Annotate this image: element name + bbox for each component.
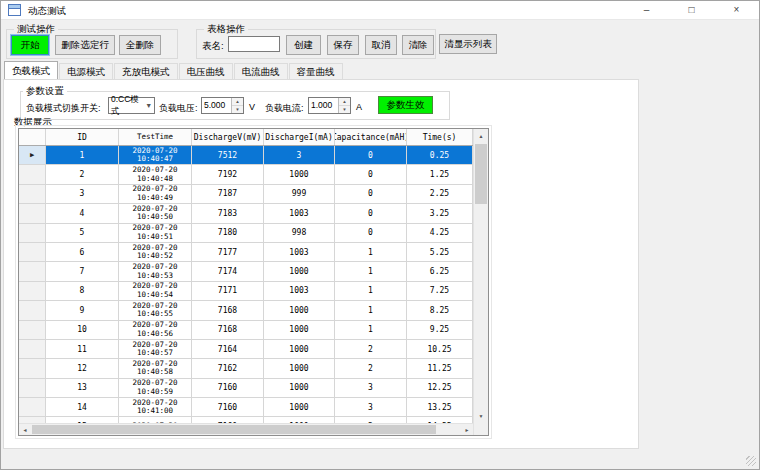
table-row[interactable]: 42020-07-2010:40:507183100303.25: [19, 204, 473, 223]
save-button[interactable]: 保存: [327, 35, 359, 55]
create-button[interactable]: 创建: [286, 35, 321, 55]
horizontal-scroll-thumb[interactable]: [32, 425, 436, 434]
cell-dischargei: 1003: [264, 282, 335, 300]
table-row[interactable]: 72020-07-2010:40:537174100016.25: [19, 262, 473, 281]
table-row[interactable]: 32020-07-2010:40:49718799902.25: [19, 185, 473, 204]
cell-capacitance: 1: [335, 262, 407, 280]
clear-button[interactable]: 清除: [402, 35, 434, 55]
tab-capacity-curve[interactable]: 容量曲线: [289, 63, 343, 79]
cell-dischargev: 7180: [192, 224, 264, 242]
voltage-unit-label: V: [249, 102, 255, 112]
table-row[interactable]: 92020-07-2010:40:557168100018.25: [19, 301, 473, 320]
cell-time: 10.25: [407, 340, 473, 358]
cell-dischargei: 1000: [264, 359, 335, 377]
cell-testtime: 2020-07-2010:40:52: [119, 243, 192, 261]
cell-capacitance: 1: [335, 282, 407, 300]
table-row[interactable]: 132020-07-2010:40:5971601000312.25: [19, 379, 473, 398]
mode-select-value: 0:CC模式: [111, 94, 143, 118]
row-header-cell: [19, 224, 46, 242]
cell-dischargei: 1000: [264, 398, 335, 416]
row-header-cell: ▶: [19, 146, 46, 164]
cell-capacitance: 0: [335, 165, 407, 183]
start-button[interactable]: 开始: [11, 35, 49, 55]
table-row[interactable]: ▶12020-07-2010:40:477512300.25: [19, 146, 473, 165]
parameter-settings-label: 参数设置: [23, 85, 67, 98]
cell-time: 1.25: [407, 165, 473, 183]
resize-grip[interactable]: [746, 456, 756, 466]
load-current-stepper[interactable]: 1.000 ▲ ▼: [308, 97, 351, 114]
table-operations-label: 表格操作: [204, 23, 248, 36]
cell-capacitance: 2: [335, 359, 407, 377]
vertical-scroll-thumb[interactable]: [475, 144, 487, 204]
column-header-id[interactable]: ID: [46, 129, 119, 145]
table-row[interactable]: 122020-07-2010:40:5871621000211.25: [19, 359, 473, 378]
cell-time: 8.25: [407, 301, 473, 319]
column-header-dischargev[interactable]: DischargeV(mV): [192, 129, 264, 145]
table-row[interactable]: 142020-07-2010:41:0071601000313.25: [19, 398, 473, 417]
cell-id: 7: [46, 262, 119, 280]
column-header-capacitance[interactable]: Capacitance(mAH): [335, 129, 407, 145]
minimize-button[interactable]: –: [624, 1, 669, 20]
cell-dischargei: 1000: [264, 262, 335, 280]
column-header-testtime[interactable]: TestTime: [119, 129, 192, 145]
cell-id: 11: [46, 340, 119, 358]
table-name-input[interactable]: [228, 36, 280, 52]
cell-testtime: 2020-07-2010:40:51: [119, 224, 192, 242]
row-header-column: [19, 129, 46, 145]
cell-time: 0.25: [407, 146, 473, 164]
row-header-cell: [19, 359, 46, 377]
cell-dischargev: 7171: [192, 282, 264, 300]
cancel-button[interactable]: 取消: [365, 35, 397, 55]
load-voltage-stepper[interactable]: 5.000 ▲ ▼: [201, 97, 244, 114]
apply-parameters-button[interactable]: 参数生效: [378, 96, 433, 114]
table-row[interactable]: 102020-07-2010:40:567168100019.25: [19, 321, 473, 340]
spinner-down-icon[interactable]: ▼: [232, 106, 243, 113]
maximize-button[interactable]: □: [669, 1, 714, 20]
scroll-down-icon[interactable]: ▼: [474, 409, 488, 423]
column-header-time[interactable]: Time(s): [407, 129, 473, 145]
cell-id: 3: [46, 185, 119, 203]
scroll-up-icon[interactable]: ▲: [474, 129, 488, 143]
close-button[interactable]: ×: [714, 1, 759, 20]
cell-id: 10: [46, 321, 119, 339]
tab-voltage-curve[interactable]: 电压曲线: [179, 63, 233, 79]
delete-selected-row-button[interactable]: 删除选定行: [55, 35, 115, 55]
table-header-row: ID TestTime DischargeV(mV) DischargeI(mA…: [19, 129, 473, 146]
table-row[interactable]: 22020-07-2010:40:487192100001.25: [19, 165, 473, 184]
table-row[interactable]: 52020-07-2010:40:51718099804.25: [19, 224, 473, 243]
table-row[interactable]: 62020-07-2010:40:527177100315.25: [19, 243, 473, 262]
cell-dischargei: 1003: [264, 243, 335, 261]
vertical-scrollbar[interactable]: ▲ ▼: [473, 129, 488, 435]
tab-power-mode[interactable]: 电源模式: [59, 63, 113, 79]
horizontal-scrollbar[interactable]: ◄ ►: [19, 423, 473, 435]
cell-dischargei: 3: [264, 146, 335, 164]
cell-id: 8: [46, 282, 119, 300]
row-header-cell: [19, 398, 46, 416]
delete-all-button[interactable]: 全删除: [119, 35, 161, 55]
spinner-up-icon[interactable]: ▲: [232, 98, 243, 106]
mode-select[interactable]: 0:CC模式 ▼: [108, 97, 155, 114]
scroll-right-icon[interactable]: ►: [461, 424, 473, 436]
row-header-cell: [19, 379, 46, 397]
cell-dischargei: 1000: [264, 379, 335, 397]
tab-charge-discharge-mode[interactable]: 充放电模式: [114, 63, 178, 79]
table-row[interactable]: 82020-07-2010:40:547171100317.25: [19, 282, 473, 301]
table-body: ▶12020-07-2010:40:477512300.2522020-07-2…: [19, 146, 473, 423]
load-current-label: 负载电流:: [265, 102, 304, 115]
cell-dischargei: 999: [264, 185, 335, 203]
tab-load-mode[interactable]: 负载模式: [4, 61, 58, 79]
cell-time: 5.25: [407, 243, 473, 261]
tab-current-curve[interactable]: 电流曲线: [234, 63, 288, 79]
cell-time: 2.25: [407, 185, 473, 203]
spinner-up-icon[interactable]: ▲: [339, 98, 350, 106]
row-header-cell: [19, 165, 46, 183]
scroll-left-icon[interactable]: ◄: [19, 424, 31, 436]
spinner-down-icon[interactable]: ▼: [339, 106, 350, 113]
cell-time: 4.25: [407, 224, 473, 242]
cell-id: 14: [46, 398, 119, 416]
column-header-dischargei[interactable]: DischargeI(mA): [264, 129, 335, 145]
table-row[interactable]: 112020-07-2010:40:5771641000210.25: [19, 340, 473, 359]
cell-capacitance: 0: [335, 204, 407, 222]
cell-testtime: 2020-07-2010:40:58: [119, 359, 192, 377]
clear-display-list-button[interactable]: 清显示列表: [439, 34, 497, 54]
